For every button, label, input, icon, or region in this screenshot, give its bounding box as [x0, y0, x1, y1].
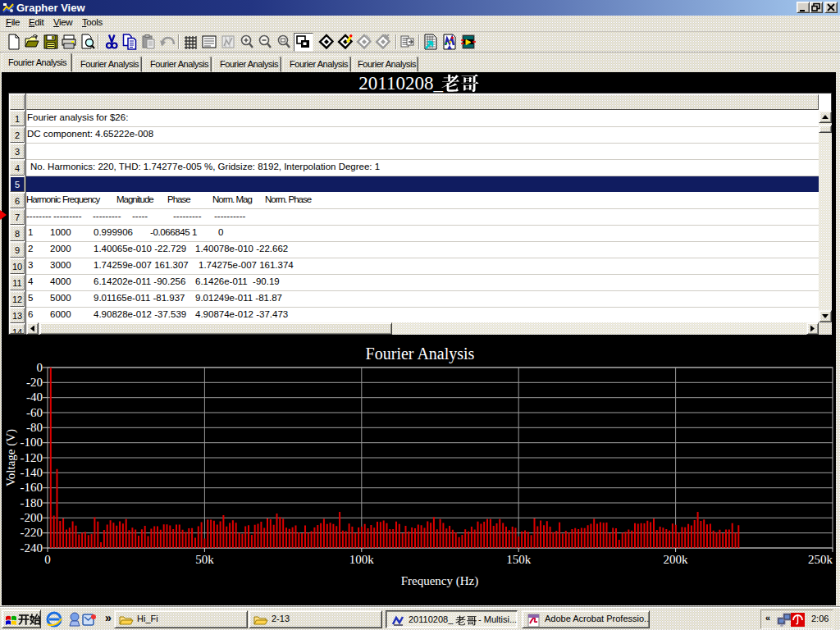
svg-text:200k: 200k [664, 553, 689, 566]
svg-text:-180: -180 [21, 496, 43, 509]
svg-text:-140: -140 [21, 466, 43, 479]
svg-text:0: 0 [44, 553, 51, 566]
svg-text:Voltage (V): Voltage (V) [4, 429, 18, 486]
svg-text:-160: -160 [21, 481, 43, 494]
svg-text:250k: 250k [808, 553, 833, 566]
svg-text:0: 0 [37, 361, 43, 374]
svg-text:-120: -120 [21, 451, 43, 464]
svg-text:-60: -60 [26, 406, 43, 419]
svg-text:-100: -100 [21, 436, 43, 449]
svg-text:-220: -220 [21, 526, 43, 539]
svg-text:50k: 50k [195, 553, 214, 566]
svg-text:-200: -200 [21, 511, 43, 524]
svg-text:Fourier Analysis: Fourier Analysis [366, 345, 475, 363]
svg-text:150k: 150k [506, 553, 532, 566]
svg-text:-20: -20 [26, 376, 43, 389]
svg-text:-80: -80 [26, 421, 43, 434]
svg-text:-40: -40 [26, 390, 43, 404]
svg-text:-240: -240 [21, 541, 43, 555]
svg-text:Frequency (Hz): Frequency (Hz) [401, 574, 479, 588]
svg-text:100k: 100k [349, 553, 375, 566]
